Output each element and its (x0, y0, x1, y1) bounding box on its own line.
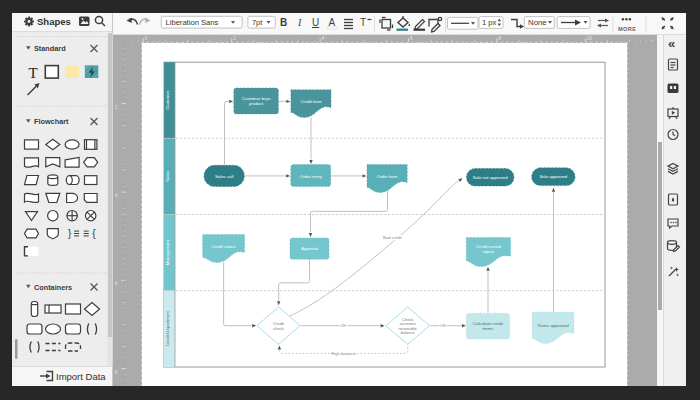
svg-text:«: « (668, 36, 675, 51)
svg-text:1 px: 1 px (482, 18, 496, 27)
svg-text:Approval: Approval (301, 246, 318, 251)
svg-text:check: check (273, 326, 285, 331)
svg-text:0: 0 (145, 36, 148, 41)
svg-text:Credit Department: Credit Department (166, 310, 171, 346)
svg-text:4: 4 (322, 36, 325, 41)
svg-text:Credit form: Credit form (300, 99, 322, 104)
svg-text:6: 6 (115, 281, 118, 286)
svg-text:Credit status: Credit status (212, 244, 236, 249)
svg-text:Containers: Containers (34, 283, 72, 292)
svg-text:Management: Management (166, 239, 171, 265)
svg-text:Sales call: Sales call (215, 174, 233, 179)
svg-text:T: T (360, 17, 366, 28)
svg-text:{: { (92, 228, 96, 239)
svg-text:High balance: High balance (331, 351, 356, 356)
svg-text:OK: OK (340, 323, 346, 328)
svg-text:Liberation Sans: Liberation Sans (166, 18, 219, 27)
svg-text:}: } (68, 228, 72, 239)
svg-text:Import Data: Import Data (56, 371, 106, 382)
svg-text:2: 2 (233, 36, 236, 41)
svg-text:I: I (297, 17, 302, 28)
svg-text:Customer: Customer (166, 90, 171, 109)
svg-text:8: 8 (498, 36, 501, 41)
svg-text:terms: terms (482, 326, 494, 331)
svg-text:B: B (280, 17, 287, 28)
svg-text:Sales: Sales (166, 171, 171, 182)
svg-text:Order entry: Order entry (300, 174, 323, 179)
svg-text:2: 2 (115, 105, 118, 110)
svg-text:8: 8 (115, 370, 118, 375)
svg-text:balance: balance (401, 330, 416, 335)
svg-text:U: U (312, 17, 319, 28)
svg-text:4: 4 (115, 193, 118, 198)
svg-text:10: 10 (587, 36, 593, 41)
svg-text:None: None (528, 18, 547, 27)
svg-text:Sale approved: Sale approved (539, 174, 567, 179)
svg-text:Sale not approved: Sale not approved (473, 175, 508, 180)
svg-text:Shapes: Shapes (37, 16, 71, 27)
svg-text:product: product (249, 101, 264, 106)
svg-text:6: 6 (410, 36, 413, 41)
svg-text:7pt: 7pt (252, 18, 262, 27)
svg-text:Standard: Standard (34, 44, 66, 53)
svg-text:report: report (483, 249, 495, 254)
svg-text:A: A (329, 17, 336, 28)
svg-text:MORE: MORE (618, 26, 636, 32)
svg-text:Terms approved: Terms approved (537, 323, 569, 328)
svg-text:T: T (29, 65, 38, 81)
svg-text:OK: OK (440, 323, 446, 328)
svg-text:Bad credit: Bad credit (383, 235, 403, 240)
svg-text:Flowchart: Flowchart (34, 117, 69, 126)
svg-text:Order form: Order form (377, 174, 398, 179)
